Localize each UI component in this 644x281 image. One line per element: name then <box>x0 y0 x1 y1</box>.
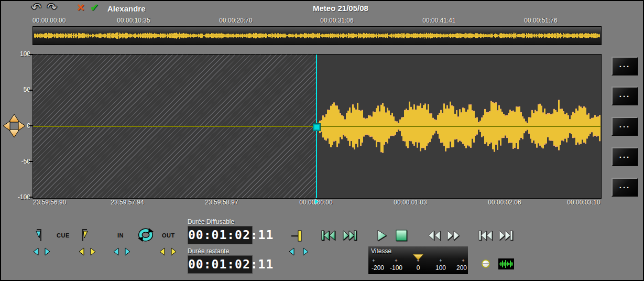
vitesse-tick: + <box>394 258 399 263</box>
time-label: 23:59:58:97 <box>193 199 250 206</box>
vitesse-panel: Vitesse + + + + + -200 -100 0 100 200 <box>368 246 468 274</box>
scrub-ball-toggle[interactable] <box>481 259 490 268</box>
time-label: 23:59:57:94 <box>99 199 156 206</box>
in-nudge-left[interactable] <box>78 247 85 256</box>
duration-restante-display: 00:01:02:11 <box>188 255 253 274</box>
vitesse-scale-label: 200 <box>450 264 473 272</box>
loop-icon[interactable] <box>137 228 154 242</box>
go-to-start-button[interactable] <box>478 230 493 241</box>
duration-diffusable-label: Durée Diffusable <box>188 218 234 225</box>
ruler-label: 00:00:41:41 <box>410 17 468 24</box>
time-label: 00:00:02:06 <box>476 199 533 206</box>
overview-waveform-strip[interactable] <box>32 26 602 45</box>
duration-restante-label: Durée restante <box>188 247 229 255</box>
time-label: 00:00:03:10 <box>555 199 613 206</box>
out-nudge-right[interactable] <box>170 247 177 256</box>
cue-label: CUE <box>57 232 70 239</box>
detail-button-4[interactable]: ... <box>612 147 638 166</box>
y-axis-label: -50 <box>9 158 30 165</box>
detail-button-5[interactable]: ... <box>612 178 638 197</box>
skip-to-start-green-button[interactable] <box>321 229 336 242</box>
ruler-label: 00:00:31:06 <box>308 17 366 24</box>
ruler-label: 00:00:00:00 <box>32 17 66 24</box>
vitesse-label: Vitesse <box>371 247 391 255</box>
audio-editor-window: ↶ ↷ × ✔ Alexandre Meteo 21/05/08 00:00:0… <box>0 0 644 281</box>
vitesse-tick: + <box>461 258 466 263</box>
main-waveform-view[interactable] <box>32 54 602 199</box>
overview-waveform-canvas[interactable] <box>33 27 601 45</box>
position-marker-icon[interactable] <box>291 230 304 242</box>
out-label: OUT <box>162 232 175 239</box>
vitesse-scale-label: 0 <box>407 264 430 272</box>
cancel-button[interactable]: × <box>77 1 84 14</box>
ruler-label: 00:00:20:70 <box>207 17 265 24</box>
in-nudge-right[interactable] <box>90 247 96 256</box>
time-label: 23:59:56:90 <box>33 199 66 206</box>
vitesse-tick: + <box>416 258 421 263</box>
redo-button[interactable]: ↷ <box>47 2 57 14</box>
y-axis-label: 50 <box>9 86 30 93</box>
vitesse-tick: + <box>371 258 376 263</box>
in2-nudge-left[interactable] <box>113 247 119 256</box>
cue-nudge-right[interactable] <box>44 247 51 256</box>
ruler-label: 00:00:51:76 <box>512 17 570 24</box>
vitesse-scale-label: -100 <box>385 264 408 272</box>
detail-button-1[interactable]: ... <box>612 57 638 75</box>
playhead-axis-marker[interactable] <box>314 198 319 205</box>
out-nudge-left[interactable] <box>159 247 166 256</box>
vitesse-tick: + <box>438 258 443 263</box>
waveform-display-toggle[interactable] <box>498 258 514 269</box>
skip-to-end-green-button[interactable] <box>342 229 357 242</box>
vitesse-scale-label: 100 <box>429 264 452 272</box>
position-nudge-right[interactable] <box>302 247 309 256</box>
duration-diffusable-display: 00:01:02:11 <box>188 226 253 244</box>
y-axis-label: 100 <box>9 50 30 58</box>
ruler-label: 00:00:10:35 <box>105 17 162 24</box>
in-flag-icon[interactable] <box>80 228 89 243</box>
playhead-marker[interactable] <box>313 123 321 131</box>
in-label: IN <box>117 232 124 239</box>
detail-button-2[interactable]: ... <box>612 87 638 105</box>
rewind-button[interactable] <box>428 230 441 241</box>
nav-up-arrow[interactable] <box>9 114 19 122</box>
time-label: 00:00:01:03 <box>381 199 439 206</box>
overview-ruler: 00:00:00:00 00:00:10:35 00:00:20:70 00:0… <box>32 17 601 24</box>
user-name-label: Alexandre <box>107 4 146 13</box>
page-title: Meteo 21/05/08 <box>313 4 368 13</box>
play-button[interactable] <box>376 229 388 242</box>
confirm-button[interactable]: ✔ <box>90 3 99 13</box>
position-nudge-left[interactable] <box>288 247 295 256</box>
y-axis-label: -100 <box>9 193 30 201</box>
cue-nudge-left[interactable] <box>32 247 39 256</box>
go-to-end-button[interactable] <box>498 230 513 241</box>
fast-forward-button[interactable] <box>446 230 460 241</box>
cue-flag-icon[interactable] <box>35 228 44 243</box>
nav-down-arrow[interactable] <box>9 129 19 137</box>
stop-button[interactable] <box>396 230 408 241</box>
y-axis-label: 0 <box>9 122 30 129</box>
detail-button-3[interactable]: ... <box>612 117 638 136</box>
undo-button[interactable]: ↶ <box>31 2 41 14</box>
in2-nudge-right[interactable] <box>124 247 131 256</box>
